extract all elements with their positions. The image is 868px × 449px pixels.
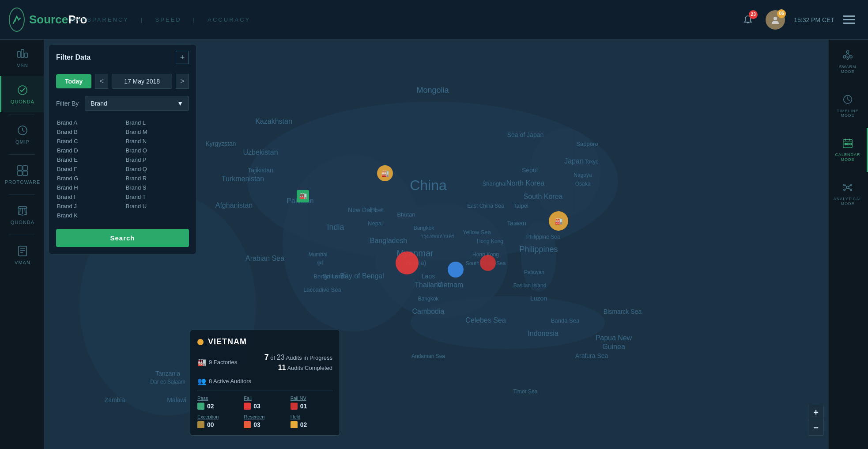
svg-line-28 (848, 99, 850, 101)
brand-item-m[interactable]: Brand M (125, 127, 189, 137)
brand-item-j[interactable]: Brand J (56, 202, 121, 211)
svg-point-37 (844, 184, 845, 186)
zoom-in-button[interactable]: + (808, 405, 823, 420)
badge-pass-label[interactable]: Pass (197, 396, 239, 401)
notification-button[interactable]: 23 (739, 11, 757, 29)
time-display: 15:32 PM CET (794, 16, 834, 23)
svg-text:Tajikistan: Tajikistan (248, 167, 273, 174)
sidebar-item-qmip[interactable]: QMIP (0, 116, 44, 152)
brand-item-n[interactable]: Brand N (125, 137, 189, 146)
svg-text:Hong Kong: Hong Kong (477, 238, 503, 244)
brand-item-p[interactable]: Brand P (125, 155, 189, 164)
sidebar-item-protoware[interactable]: PROTOWARE (0, 156, 44, 193)
today-button[interactable]: Today (56, 74, 91, 88)
date-prev-button[interactable]: < (95, 74, 108, 89)
avatar-badge: 06 (777, 9, 786, 18)
svg-text:Bay of Bengal: Bay of Bengal (340, 272, 384, 280)
svg-text:नई दिल्ली: नई दिल्ली (367, 208, 384, 213)
avatar-button[interactable]: 06 (766, 10, 785, 30)
audits-of-label: of (270, 354, 276, 361)
brand-item-h[interactable]: Brand H (56, 183, 121, 192)
brand-item-f[interactable]: Brand F (56, 164, 121, 174)
svg-text:Japan: Japan (564, 157, 584, 165)
app-header: SourcePro TRANSPARENCY | SPEED | ACCURAC… (0, 0, 868, 40)
svg-text:Turkmenistan: Turkmenistan (222, 175, 264, 183)
brand-item-u[interactable]: Brand U (125, 202, 189, 211)
svg-text:Kazakhstan: Kazakhstan (255, 118, 292, 125)
svg-rect-8 (18, 166, 22, 170)
right-sidebar-calendar[interactable]: CALENDARMODE (829, 128, 868, 172)
logo-area: SourcePro (0, 8, 49, 32)
brand-item-o[interactable]: Brand O (125, 146, 189, 155)
audits-in-progress-label: Audits in Progress (286, 354, 333, 361)
sidebar-label-quonda-top: QUONDA (11, 99, 34, 104)
badge-rescreen-square (244, 421, 251, 428)
svg-text:Malawi: Malawi (167, 396, 186, 403)
badge-fail-nv-label[interactable]: Fail NV (291, 396, 332, 401)
svg-line-44 (849, 188, 850, 190)
svg-point-135 (448, 262, 464, 278)
hamburger-menu[interactable] (843, 15, 855, 24)
brand-item-k[interactable]: Brand K (56, 211, 121, 220)
badge-rescreen-label[interactable]: Rescreen (244, 414, 286, 419)
popup-country-title: VIETNAM (208, 337, 247, 346)
vietnam-popup: VIETNAM 🏭 9 Factories 7 of 23 Audits in … (190, 330, 340, 436)
brand-item-c[interactable]: Brand C (56, 137, 121, 146)
popup-dot (197, 339, 204, 345)
sidebar-item-quonda-top[interactable]: QUONDA (0, 76, 44, 112)
popup-divider (197, 391, 332, 391)
brand-item-i[interactable]: Brand I (56, 192, 121, 202)
svg-text:🏭: 🏭 (555, 217, 563, 225)
filter-brand-dropdown[interactable]: Brand ▼ (85, 96, 189, 111)
filter-add-button[interactable]: + (176, 51, 189, 64)
right-sidebar-timeline[interactable]: TIMELINEMODE (829, 84, 868, 128)
brand-item-g[interactable]: Brand G (56, 174, 121, 183)
brand-item-a[interactable]: Brand A (56, 118, 121, 127)
badge-fail-nv: Fail NV 01 (291, 396, 332, 410)
brand-item-q[interactable]: Brand Q (125, 164, 189, 174)
right-sidebar-swarm[interactable]: SWARMMODE (829, 40, 868, 84)
svg-text:Shanghai: Shanghai (483, 180, 507, 187)
svg-rect-11 (23, 171, 27, 175)
right-sidebar-analytical[interactable]: ANALYTICALMODE (829, 172, 868, 216)
search-button[interactable]: Search (56, 229, 189, 247)
brand-item-r[interactable]: Brand R (125, 174, 189, 183)
filter-title: Filter Data (56, 53, 91, 61)
badge-held-label[interactable]: Held (291, 414, 332, 419)
sidebar-item-vsn[interactable]: VSN (0, 40, 44, 76)
filter-by-row: Filter By Brand ▼ (49, 94, 196, 115)
svg-text:North Korea: North Korea (506, 179, 544, 187)
svg-text:Luzon: Luzon (530, 295, 547, 302)
brand-item-e[interactable]: Brand E (56, 155, 121, 164)
svg-text:Cambodia: Cambodia (412, 308, 445, 315)
sidebar-item-quonda-bottom[interactable]: QUONDA (0, 197, 44, 233)
brand-item-s[interactable]: Brand S (125, 183, 189, 192)
zoom-controls: + − (808, 405, 824, 436)
svg-point-50 (521, 221, 556, 292)
badge-fail-label[interactable]: Fail (244, 396, 286, 401)
filter-header: Filter Data + (49, 45, 196, 70)
svg-text:Tokyo: Tokyo (585, 159, 599, 165)
map-area: Mongolia Kazakhstan Uzbekistan Turkmenis… (44, 40, 828, 449)
badge-fail-square (244, 403, 251, 410)
brand-item-b[interactable]: Brand B (56, 127, 121, 137)
svg-text:Banda Sea: Banda Sea (551, 317, 580, 324)
date-next-button[interactable]: > (176, 74, 189, 89)
date-row: Today < 17 May 2018 > (49, 70, 196, 94)
svg-text:Tanzania: Tanzania (155, 370, 180, 377)
sidebar-item-vman[interactable]: VMAN (0, 237, 44, 273)
svg-rect-1 (18, 51, 20, 57)
badge-exception-label[interactable]: Exception (197, 414, 239, 419)
svg-text:Sea of Japan: Sea of Japan (507, 131, 544, 138)
brand-item-l[interactable]: Brand L (125, 118, 189, 127)
svg-text:Bengaluru: Bengaluru (313, 273, 340, 280)
svg-line-41 (845, 185, 847, 187)
filter-panel: Filter Data + Today < 17 May 2018 > Filt… (49, 44, 196, 255)
brand-item-d[interactable]: Brand D (56, 146, 121, 155)
svg-text:Sapporo: Sapporo (576, 141, 598, 147)
brand-item-t[interactable]: Brand T (125, 192, 189, 202)
popup-badges-grid: Pass 02 Fail 03 Fail NV 01 (197, 396, 332, 428)
svg-point-19 (846, 51, 849, 53)
svg-text:กรุงเทพมหานคร: กรุงเทพมหานคร (420, 233, 454, 239)
zoom-out-button[interactable]: − (808, 420, 823, 435)
